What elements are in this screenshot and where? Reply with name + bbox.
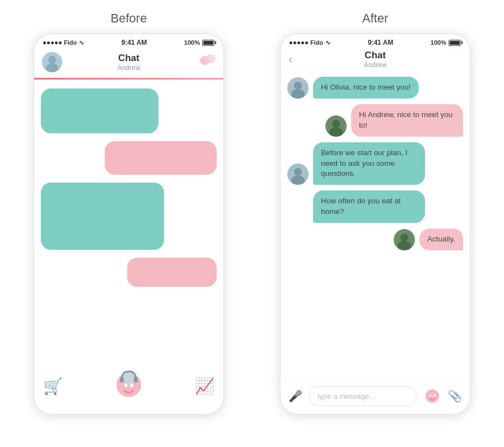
wifi-icon: ∿ [79,39,84,46]
before-status-left: Fido ∿ [43,39,84,46]
dot4 [55,41,58,44]
carrier-name: Fido [64,39,77,46]
andrew-avatar-2 [287,164,309,185]
svg-point-24 [426,389,439,403]
back-button[interactable]: ‹ [288,52,292,67]
after-status-right: 100% [431,39,461,46]
after-status-bar: Fido ∿ 9:41 AM 100% [281,34,470,49]
after-messages[interactable]: Hi Olivia, nice to meet you! Hi Andrew, … [281,72,470,381]
olivia-avatar-2 [394,229,415,250]
mic-icon[interactable]: 🎤 [288,389,302,403]
main-container: Before Fido ∿ 9:41 AM 100% [17,11,487,415]
before-chat-subtitle: Andrew [118,64,141,72]
svg-point-1 [48,56,56,64]
message-row-1: Hi Olivia, nice to meet you! [287,77,463,99]
before-bubble-4 [127,258,217,287]
svg-point-10 [124,384,128,387]
before-bubble-3 [41,183,164,250]
message-input[interactable]: type a message... [309,386,417,406]
message-bubble-2: Hi Andrew, nice to meet you to! [351,104,463,137]
dot2 [293,41,296,44]
olivia-avatar-1 [325,115,347,137]
after-section: After Fido ∿ 9:41 AM 100% [263,11,487,415]
battery-icon [202,40,214,46]
battery-percent: 100% [184,39,200,46]
svg-point-16 [332,120,340,128]
svg-point-4 [206,54,216,63]
svg-point-22 [400,234,408,241]
before-section: Before Fido ∿ 9:41 AM 100% [17,11,241,415]
message-row-3: Before we start our plan, I need to ask … [287,142,463,185]
before-label: Before [111,11,147,26]
dot1 [290,41,292,44]
dot2 [47,41,50,44]
after-mascot-icon[interactable] [423,386,441,406]
before-chat-header: Chat Andrew [34,49,223,78]
after-chat-subtitle: Andrew [364,61,387,69]
after-label: After [362,11,388,26]
mascot-icon[interactable] [112,367,146,405]
before-status-right: 100% [184,39,214,46]
after-chat-header: ‹ Chat Andrew [281,49,470,72]
dot4 [301,41,304,44]
dot5 [305,41,308,44]
after-status-left: Fido ∿ [290,39,330,46]
after-chat-title: Chat [365,50,386,61]
after-battery-percent: 100% [431,39,446,46]
message-row-4: How often do you eat at home? [287,190,463,223]
battery-fill [203,41,213,45]
svg-point-25 [429,394,431,397]
svg-point-11 [130,384,133,387]
after-phone: Fido ∿ 9:41 AM 100% ‹ Chat Andrew [280,34,470,415]
before-phone: Fido ∿ 9:41 AM 100% [34,34,224,415]
svg-point-2 [46,63,58,72]
message-bubble-5: Actually, [419,229,463,250]
before-messages [34,80,223,360]
after-wifi-icon: ∿ [325,39,330,46]
svg-point-19 [294,168,302,176]
dot5 [59,41,62,44]
before-chat-title: Chat [118,53,139,64]
chart-icon[interactable]: 📈 [195,377,214,395]
after-battery-fill [450,41,460,45]
before-bottom-bar: 🛒 📈 [34,360,223,414]
andrew-avatar-1 [287,77,309,99]
attachment-icon[interactable]: 📎 [448,389,462,403]
before-bubble-2 [105,141,217,175]
message-bubble-1: Hi Olivia, nice to meet you! [313,77,419,99]
after-header-center: Chat Andrew [364,50,387,69]
before-bubble-1 [41,89,158,133]
before-status-bar: Fido ∿ 9:41 AM 100% [34,34,223,49]
signal-dots [43,41,62,44]
input-placeholder: type a message... [318,392,375,401]
after-battery-icon [449,40,461,46]
dot1 [43,41,46,44]
after-signal-dots [290,41,308,44]
before-header-avatar [42,52,62,72]
message-row-5: Actually, [287,229,463,250]
dot3 [51,41,54,44]
chat-bubble-icon[interactable] [200,53,216,71]
dot3 [297,41,300,44]
after-status-time: 9:41 AM [368,39,394,46]
svg-point-26 [433,394,436,397]
svg-rect-8 [120,377,124,383]
after-input-bar: 🎤 type a message... 📎 [281,381,470,414]
message-bubble-3: Before we start our plan, I need to ask … [313,142,425,185]
message-bubble-4: How often do you eat at home? [313,190,425,223]
message-row-2: Hi Andrew, nice to meet you to! [287,104,463,137]
before-header-center: Chat Andrew [118,53,141,72]
before-status-time: 9:41 AM [122,39,147,46]
after-carrier-name: Fido [310,39,323,46]
svg-point-13 [294,82,302,90]
svg-rect-9 [134,377,138,383]
grocery-icon[interactable]: 🛒 [43,377,63,395]
